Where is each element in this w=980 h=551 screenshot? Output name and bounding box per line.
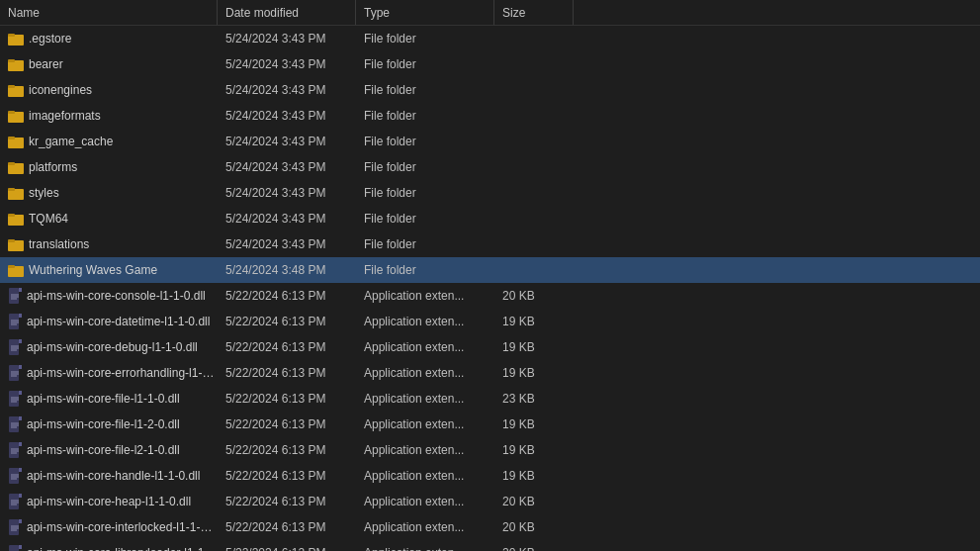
table-row[interactable]: bearer 5/24/2024 3:43 PM File folder [0,51,980,77]
svg-rect-3 [8,59,15,62]
dll-icon [8,442,22,458]
svg-rect-64 [19,468,22,472]
svg-rect-68 [9,494,19,509]
file-date: 5/22/2024 6:13 PM [218,340,356,354]
file-type: File folder [356,32,494,46]
svg-rect-32 [9,339,19,355]
file-name: imageformats [29,109,101,123]
svg-rect-52 [19,416,22,420]
table-row[interactable]: styles 5/24/2024 3:43 PM File folder [0,180,980,206]
svg-rect-26 [9,314,19,329]
folder-icon [8,83,24,97]
table-row[interactable]: api-ms-win-core-file-l2-1-0.dll 5/22/202… [0,437,980,463]
file-date: 5/24/2024 3:43 PM [218,212,356,226]
file-type: Application exten... [356,546,494,551]
file-type: File folder [356,135,494,148]
file-type: Application exten... [356,417,494,431]
table-row[interactable]: api-ms-win-core-datetime-l1-1-0.dll 5/22… [0,309,980,334]
file-type: Application exten... [356,495,494,508]
file-type: Application exten... [356,340,494,354]
svg-rect-50 [9,416,19,432]
file-name: TQM64 [29,212,68,226]
svg-rect-46 [19,391,22,395]
file-size: 19 KB [494,469,574,483]
table-row[interactable]: api-ms-win-core-file-l1-2-0.dll 5/22/202… [0,412,980,437]
table-row[interactable]: translations 5/24/2024 3:43 PM File fold… [0,231,980,257]
file-type: File folder [356,109,494,123]
file-type: Application exten... [356,289,494,303]
file-name: api-ms-win-core-file-l1-1-0.dll [27,392,180,406]
file-size: 19 KB [494,366,574,380]
svg-rect-17 [8,239,15,242]
column-header-type[interactable]: Type [356,0,494,25]
file-date: 5/24/2024 3:43 PM [218,109,356,123]
file-type: Application exten... [356,520,494,534]
table-row[interactable]: api-ms-win-core-libraryloader-l1-1-0.dll… [0,540,980,551]
table-row[interactable]: api-ms-win-core-console-l1-1-0.dll 5/22/… [0,283,980,309]
table-row[interactable]: api-ms-win-core-debug-l1-1-0.dll 5/22/20… [0,334,980,360]
file-size: 19 KB [494,315,574,328]
dll-icon [8,288,22,304]
file-name: Wuthering Waves Game [29,263,157,277]
dll-icon [8,339,22,355]
dll-icon [8,494,22,509]
folder-icon [8,160,24,174]
dll-icon [8,519,22,535]
column-header-size[interactable]: Size [494,0,574,25]
file-name: styles [29,186,59,200]
file-name: api-ms-win-core-debug-l1-1-0.dll [27,340,198,354]
file-date: 5/22/2024 6:13 PM [218,315,356,328]
file-date: 5/22/2024 6:13 PM [218,366,356,380]
file-explorer: Name Date modified Type Size .egstore 5/… [0,0,980,551]
file-date: 5/24/2024 3:43 PM [218,32,356,46]
svg-rect-19 [8,265,15,268]
column-header-date[interactable]: Date modified [218,0,356,25]
svg-rect-28 [19,314,22,318]
file-date: 5/24/2024 3:43 PM [218,83,356,97]
file-name: bearer [29,57,63,71]
file-size: 20 KB [494,520,574,534]
svg-rect-70 [19,494,22,498]
svg-rect-34 [19,339,22,343]
file-name: api-ms-win-core-libraryloader-l1-1-0.dll [27,546,218,551]
svg-rect-74 [9,519,19,535]
file-date: 5/24/2024 3:43 PM [218,186,356,200]
file-list[interactable]: .egstore 5/24/2024 3:43 PM File folder b… [0,26,980,551]
file-date: 5/22/2024 6:13 PM [218,417,356,431]
file-size: 23 KB [494,392,574,406]
table-row[interactable]: iconengines 5/24/2024 3:43 PM File folde… [0,77,980,103]
dll-icon [8,416,22,432]
file-type: Application exten... [356,315,494,328]
file-date: 5/22/2024 6:13 PM [218,392,356,406]
table-row[interactable]: api-ms-win-core-file-l1-1-0.dll 5/22/202… [0,386,980,412]
file-name: translations [29,237,89,251]
table-row[interactable]: kr_game_cache 5/24/2024 3:43 PM File fol… [0,129,980,154]
table-row[interactable]: api-ms-win-core-heap-l1-1-0.dll 5/22/202… [0,489,980,514]
file-date: 5/24/2024 3:43 PM [218,237,356,251]
table-row[interactable]: imageformats 5/24/2024 3:43 PM File fold… [0,103,980,129]
table-row[interactable]: api-ms-win-core-handle-l1-1-0.dll 5/22/2… [0,463,980,489]
table-row[interactable]: TQM64 5/24/2024 3:43 PM File folder [0,206,980,231]
table-row[interactable]: platforms 5/24/2024 3:43 PM File folder [0,154,980,180]
file-size: 19 KB [494,340,574,354]
table-row[interactable]: api-ms-win-core-interlocked-l1-1-0.dll 5… [0,514,980,540]
svg-rect-7 [8,111,15,114]
folder-icon [8,32,24,46]
file-name: platforms [29,160,77,174]
file-date: 5/22/2024 6:13 PM [218,469,356,483]
file-size: 19 KB [494,443,574,457]
file-date: 5/22/2024 6:13 PM [218,289,356,303]
table-row[interactable]: api-ms-win-core-errorhandling-l1-1-0.dll… [0,360,980,386]
file-type: Application exten... [356,366,494,380]
file-type: Application exten... [356,443,494,457]
file-type: File folder [356,212,494,226]
table-row[interactable]: Wuthering Waves Game 5/24/2024 3:48 PM F… [0,257,980,283]
file-type: File folder [356,237,494,251]
file-date: 5/24/2024 3:43 PM [218,160,356,174]
file-type: File folder [356,160,494,174]
file-date: 5/22/2024 6:13 PM [218,443,356,457]
column-header-name[interactable]: Name [0,0,218,25]
file-type: File folder [356,263,494,277]
dll-icon [8,391,22,407]
table-row[interactable]: .egstore 5/24/2024 3:43 PM File folder [0,26,980,51]
